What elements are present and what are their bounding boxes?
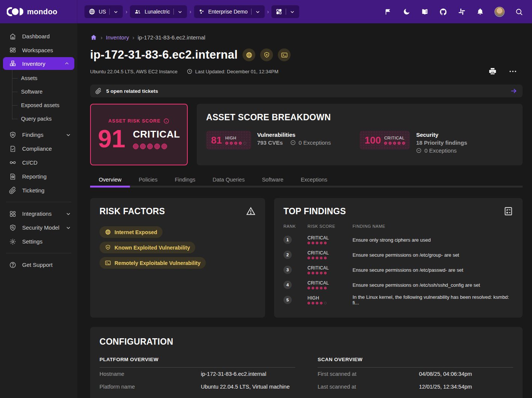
sidebar-item-ticketing[interactable]: Ticketing	[0, 183, 77, 197]
notifications-bell-icon[interactable]	[476, 8, 484, 16]
checklist-icon[interactable]	[503, 206, 513, 216]
chevron-up-icon	[64, 61, 70, 67]
breadcrumb-current: ip-172-31-83-6.ec2.internal	[138, 34, 205, 41]
tab-software[interactable]: Software	[253, 173, 292, 188]
rank-badge: 1	[283, 236, 292, 244]
finding-row[interactable]: 5 HIGH In the Linux kernel, the followin…	[283, 292, 513, 307]
sidebar-item-software[interactable]: Software	[12, 85, 77, 98]
slack-icon[interactable]	[458, 8, 466, 16]
risk-score-value: 91	[98, 126, 125, 151]
finding-row[interactable]: 2 CRITICAL Ensure secure permissions on …	[283, 247, 513, 262]
workspaces-grid-icon	[276, 8, 282, 15]
paperclip-icon	[95, 88, 102, 94]
home-icon	[9, 33, 17, 40]
search-icon[interactable]	[515, 8, 523, 16]
finding-row[interactable]: 1 CRITICAL Ensure only strong ciphers ar…	[283, 232, 513, 247]
sidebar-item-get-support[interactable]: Get Support	[0, 258, 77, 272]
scope-breadcrumb: US › Lunalectric › Enterprise Demo	[84, 5, 299, 18]
minus-circle-icon	[290, 140, 296, 145]
sidebar-item-settings[interactable]: Settings	[0, 235, 77, 248]
col-header-risk-score: RISK SCORE	[307, 224, 353, 229]
flag-icon[interactable]	[384, 8, 392, 16]
docs-book-icon[interactable]	[421, 8, 429, 16]
breadcrumb-link-inventory[interactable]: Inventory	[106, 34, 129, 41]
sidebar-item-integrations[interactable]: Integrations	[0, 207, 77, 221]
globe-icon	[89, 8, 95, 15]
minus-circle-icon	[416, 148, 422, 153]
space-selector[interactable]: Enterprise Demo	[194, 5, 265, 18]
home-icon[interactable]	[90, 34, 97, 41]
print-icon[interactable]	[488, 67, 497, 76]
mondoo-logo-icon	[7, 7, 23, 17]
chevron-down-icon	[177, 9, 183, 15]
sidebar-item-cicd[interactable]: CI/CD	[0, 156, 77, 169]
tab-data-queries[interactable]: Data Queries	[204, 173, 253, 188]
finding-row[interactable]: 4 CRITICAL Ensure secure permissions on …	[283, 277, 513, 292]
severity-dots	[384, 142, 405, 145]
risk-factor-known-exploited[interactable]: Known Exploited Vulnerability	[99, 242, 195, 253]
tab-overview[interactable]: Overview	[90, 173, 130, 188]
chevron-down-icon	[65, 225, 71, 231]
divider	[109, 9, 110, 15]
internet-exposed-globe-icon[interactable]	[243, 48, 255, 61]
user-avatar[interactable]	[494, 7, 505, 17]
info-icon[interactable]	[163, 118, 169, 124]
arrow-right-icon[interactable]	[510, 87, 517, 95]
finding-row[interactable]: 3 CRITICAL Ensure secure permissions on …	[283, 262, 513, 277]
security-score-badge: 100 CRITICAL	[360, 131, 410, 150]
sidebar-item-security-model[interactable]: Security Model	[0, 221, 77, 235]
dark-mode-moon-icon[interactable]	[402, 8, 410, 16]
mondoo-logo[interactable]: mondoo	[0, 0, 77, 23]
sidebar-item-findings[interactable]: Findings	[0, 128, 77, 142]
top-findings-table: RANK RISK SCORE FINDING NAME 1 CRITICAL …	[283, 222, 513, 307]
paperclip-icon	[9, 187, 17, 194]
github-icon[interactable]	[439, 8, 447, 16]
space-icon	[198, 8, 205, 15]
sidebar-item-inventory[interactable]: Inventory	[3, 57, 74, 70]
risk-factor-remotely-exploitable[interactable]: Remotely Exploitable Vulnerability	[99, 257, 206, 269]
sidebar-item-workspaces[interactable]: Workspaces	[0, 43, 77, 57]
inventory-boxes-icon	[9, 60, 17, 67]
priority-findings-count: 18 Priority findings	[416, 139, 467, 146]
region-selector[interactable]: US	[84, 5, 123, 18]
vulnerability-score-badge: 81 HIGH	[206, 131, 251, 150]
sidebar-item-compliance[interactable]: Compliance	[0, 142, 77, 156]
organization-selector[interactable]: Lunalectric	[130, 5, 187, 18]
sidebar-item-assets[interactable]: Assets	[12, 71, 77, 85]
space-label: Enterprise Demo	[208, 9, 248, 15]
shield-x-icon	[105, 244, 111, 251]
sidebar-item-query-packs[interactable]: Query packs	[12, 112, 77, 126]
topbar: mondoo US › Lunalectric ›	[0, 0, 532, 23]
risk-factor-internet-exposed[interactable]: Internet Exposed	[99, 226, 163, 238]
divider	[251, 9, 252, 15]
sidebar-item-exposed-assets[interactable]: Exposed assets	[12, 98, 77, 112]
tab-exceptions[interactable]: Exceptions	[292, 173, 336, 188]
topbar-actions	[384, 7, 532, 17]
asset-risk-score-label: ASSET RISK SCORE	[109, 118, 170, 124]
tab-findings[interactable]: Findings	[166, 173, 204, 188]
shield-bug-icon	[9, 131, 17, 139]
more-options-icon[interactable]	[508, 67, 517, 76]
cve-count: 793 CVEs	[257, 139, 283, 146]
severity-dots	[307, 287, 353, 289]
known-exploited-shield-icon[interactable]	[260, 48, 273, 61]
page-title: ip-172-31-83-6.ec2.internal	[90, 48, 238, 62]
config-row: First scanned at 04/08/25, 04:06:34pm	[318, 368, 513, 380]
terminal-icon	[105, 260, 111, 266]
related-tickets-banner[interactable]: 5 open related tickets	[90, 85, 523, 97]
mondoo-app: mondoo US › Lunalectric ›	[0, 0, 532, 398]
sidebar-divider	[6, 253, 71, 253]
breadcrumb-separator: ›	[267, 9, 269, 15]
breadcrumb-separator: ›	[133, 34, 134, 41]
tab-policies[interactable]: Policies	[130, 173, 166, 188]
infinity-icon	[9, 159, 17, 166]
sidebar-item-dashboard[interactable]: Dashboard	[0, 29, 77, 43]
rank-badge: 4	[283, 281, 292, 289]
sidebar-item-reporting[interactable]: Reporting	[0, 169, 77, 183]
risk-severity-label: CRITICAL	[133, 129, 180, 140]
breadcrumb-separator: ›	[190, 9, 191, 15]
warning-triangle-icon[interactable]	[246, 206, 256, 216]
workspace-selector[interactable]	[271, 5, 299, 18]
remote-exploitable-terminal-icon[interactable]	[278, 48, 291, 61]
severity-dots	[225, 142, 246, 145]
